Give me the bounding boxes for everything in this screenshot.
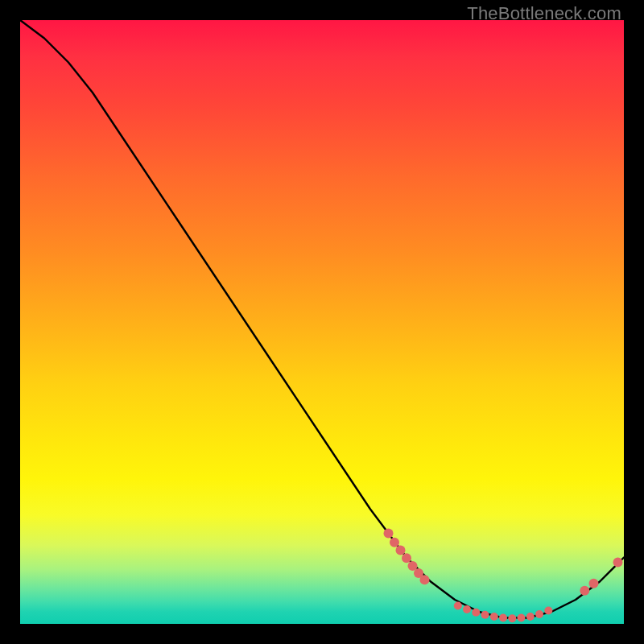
data-marker bbox=[396, 546, 406, 555]
curve-line bbox=[20, 20, 624, 618]
data-marker bbox=[490, 613, 498, 621]
marker-group bbox=[384, 529, 623, 623]
data-marker bbox=[518, 614, 526, 622]
data-marker bbox=[390, 538, 399, 547]
data-marker bbox=[499, 614, 507, 622]
chart-root: TheBottleneck.com bbox=[0, 0, 644, 644]
data-marker bbox=[613, 558, 623, 568]
data-marker bbox=[589, 579, 599, 588]
data-marker bbox=[526, 613, 535, 621]
data-marker bbox=[535, 610, 543, 618]
data-marker bbox=[508, 614, 516, 622]
plot-area bbox=[20, 20, 624, 624]
chart-svg bbox=[20, 20, 624, 624]
data-marker bbox=[463, 605, 471, 613]
data-marker bbox=[420, 575, 430, 584]
data-marker bbox=[384, 529, 394, 539]
watermark-text: TheBottleneck.com bbox=[467, 3, 621, 24]
data-marker bbox=[481, 611, 489, 619]
data-marker bbox=[402, 553, 411, 563]
data-marker bbox=[472, 609, 480, 617]
data-marker bbox=[454, 602, 462, 610]
data-marker bbox=[544, 607, 552, 615]
data-marker bbox=[580, 586, 589, 596]
